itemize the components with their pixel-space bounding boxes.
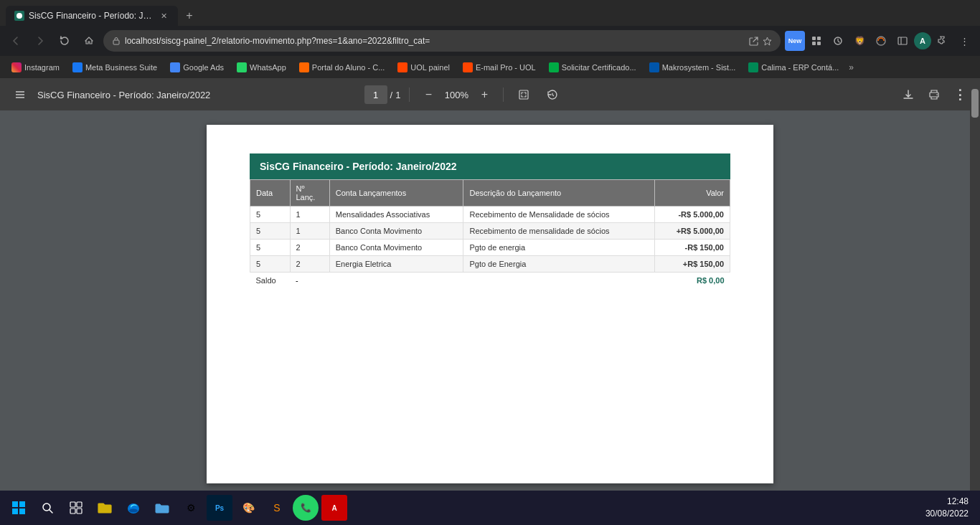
bookmark-portal[interactable]: Portal do Aluno - C... [293, 59, 391, 76]
zoom-value: 100% [441, 90, 471, 100]
ext-icon-2[interactable] [828, 31, 848, 51]
tab-title: SisCG Financeiro - Período: Janeiro/2022 [29, 11, 154, 21]
col-header-valor: Valor [655, 180, 730, 207]
new-badge-icon[interactable]: New [785, 31, 805, 51]
file-explorer-button[interactable] [92, 495, 118, 521]
svg-rect-16 [12, 501, 18, 507]
bookmark-makrosystem[interactable]: Makrosystem - Sist... [644, 59, 742, 76]
cell-data-1: 5 [250, 207, 291, 223]
pdf-page-input[interactable] [364, 85, 387, 104]
calima-favicon [748, 62, 758, 72]
footer-saldo-label: Saldo [250, 273, 291, 289]
devtools-button[interactable]: ⚙ [178, 495, 204, 521]
forward-button[interactable] [30, 31, 50, 51]
cell-valor-3: -R$ 150,00 [655, 240, 730, 256]
settings-more[interactable]: ⋮ [954, 31, 974, 51]
extension-puzzle[interactable] [933, 31, 953, 51]
bookmark-email-uol[interactable]: E-mail Pro - UOL [457, 59, 542, 76]
svg-marker-2 [763, 37, 771, 45]
cell-desc-4: Pgto de Energia [463, 256, 655, 273]
ext-icon-rainbow[interactable] [871, 31, 891, 51]
taskbar: ⚙ Ps 🎨 S 📞 A 12:48 30/08/2022 [0, 491, 980, 525]
col-header-data: Data [250, 180, 291, 207]
tab-close-button[interactable]: ✕ [158, 10, 169, 22]
brave-icon[interactable]: 🦁 [849, 31, 870, 51]
fit-page-button[interactable] [512, 83, 535, 106]
active-tab[interactable]: SisCG Financeiro - Período: Janeiro/2022… [6, 6, 178, 26]
phone-button[interactable]: 📞 [293, 495, 319, 521]
svg-rect-1 [113, 40, 119, 44]
svg-rect-3 [812, 37, 816, 40]
pdf-page-controls: / 1 [364, 85, 401, 104]
ext-icon-1[interactable] [806, 31, 826, 51]
pdf-menu-button[interactable] [9, 83, 32, 106]
zoom-in-button[interactable]: + [474, 85, 494, 105]
sublime-button[interactable]: S [264, 495, 290, 521]
table-row: 5 1 Banco Conta Movimento Recebimento de… [250, 223, 730, 240]
sidebar-toggle[interactable] [892, 31, 913, 51]
bookmark-calima[interactable]: Calima - ERP Contá... [743, 59, 844, 76]
more-options-button[interactable]: ⋮ [948, 83, 971, 106]
lock-icon [112, 37, 121, 45]
bookmark-solicitar[interactable]: Solicitar Certificado... [543, 59, 642, 76]
cell-valor-1: -R$ 5.000,00 [655, 207, 730, 223]
folder-button[interactable] [149, 495, 175, 521]
svg-point-27 [129, 509, 138, 513]
footer-value: R$ 0,00 [655, 273, 730, 289]
svg-rect-18 [12, 509, 18, 514]
svg-rect-6 [817, 42, 821, 45]
start-button[interactable] [6, 495, 32, 521]
cell-lanc-3: 2 [290, 240, 329, 256]
photoshop-button[interactable]: Ps [207, 495, 232, 521]
svg-point-15 [936, 94, 938, 95]
search-button[interactable] [34, 495, 60, 521]
svg-point-0 [17, 13, 22, 19]
task-view-button[interactable] [63, 495, 89, 521]
bookmarks-more-button[interactable]: » [846, 62, 857, 72]
meta-favicon [72, 62, 83, 72]
refresh-button[interactable] [55, 31, 75, 51]
history-button[interactable] [541, 83, 564, 106]
svg-rect-22 [70, 502, 75, 507]
report-title-bar: SisCG Financeiro - Período: Janeiro/2022 [250, 153, 730, 179]
bookmark-meta[interactable]: Meta Business Suite [67, 59, 163, 76]
download-button[interactable] [897, 83, 920, 106]
taskbar-clock: 12:48 30/08/2022 [925, 496, 969, 520]
new-tab-button[interactable]: + [179, 6, 199, 26]
divider-2 [503, 88, 504, 102]
makrosystem-favicon [649, 62, 659, 72]
share-icon [749, 37, 758, 46]
page-content: SisCG Financeiro - Período: Janeiro/2022… [0, 110, 980, 491]
table-footer-row: Saldo - R$ 0,00 [250, 273, 730, 289]
bookmark-google-ads[interactable]: Google Ads [164, 59, 230, 76]
document-paper: SisCG Financeiro - Período: Janeiro/2022… [207, 125, 773, 483]
cell-valor-4: +R$ 150,00 [655, 256, 730, 273]
paint-button[interactable]: 🎨 [235, 495, 261, 521]
bookmark-instagram[interactable]: Instagram [6, 59, 65, 76]
cell-valor-2: +R$ 5.000,00 [655, 223, 730, 240]
cell-lanc-4: 2 [290, 256, 329, 273]
address-input[interactable]: localhost/siscg-painel_2/relatorio-movim… [103, 30, 781, 52]
whatsapp-favicon [237, 62, 247, 72]
back-button[interactable] [6, 31, 26, 51]
bookmark-uol-painel[interactable]: UOL painel [392, 59, 456, 76]
footer-dash: - [290, 273, 329, 289]
pdf-right-actions: ⋮ [897, 83, 971, 106]
scrollbar[interactable] [970, 88, 980, 491]
home-button[interactable] [79, 31, 99, 51]
print-button[interactable] [923, 83, 946, 106]
zoom-out-button[interactable]: − [418, 85, 438, 105]
bookmarks-bar: Instagram Meta Business Suite Google Ads… [0, 56, 980, 79]
table-header-row: Data NºLanç. Conta Lançamentos Descrição… [250, 180, 730, 207]
browser-extensions: New 🦁 A ⋮ [785, 31, 974, 51]
profile-icon[interactable]: A [914, 32, 931, 49]
pdf-button[interactable]: A [321, 495, 347, 521]
svg-rect-24 [70, 509, 75, 514]
cell-data-4: 5 [250, 256, 291, 273]
pdf-page-separator: / [390, 90, 393, 100]
bookmark-whatsapp[interactable]: WhatsApp [231, 59, 292, 76]
col-header-lanc: NºLanç. [290, 180, 329, 207]
scroll-thumb[interactable] [971, 89, 979, 118]
edge-browser-button[interactable] [121, 495, 146, 521]
svg-line-21 [50, 510, 52, 513]
